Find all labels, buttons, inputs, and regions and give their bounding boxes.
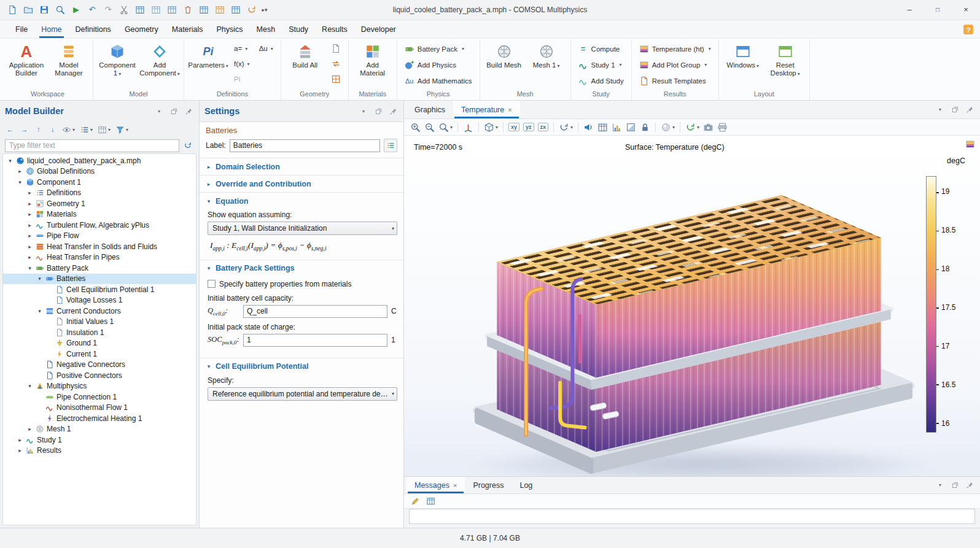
show-button[interactable]: ▾	[60, 123, 77, 136]
undo-button[interactable]: ↶	[85, 2, 99, 17]
ribbon-button-insert-sequence[interactable]	[327, 41, 344, 56]
expander-icon[interactable]: ▸	[26, 426, 33, 432]
filter-tree-button[interactable]: ▾	[114, 123, 130, 136]
expander-icon[interactable]: ▸	[26, 244, 33, 250]
menu-tab-home[interactable]: Home	[34, 20, 68, 38]
ribbon-button-result-templates[interactable]: Result Templates	[636, 73, 715, 88]
ribbon-button-parameters[interactable]: PiParameters▾	[188, 41, 228, 71]
zoom-out-button[interactable]	[423, 121, 436, 134]
sound-button[interactable]	[582, 121, 595, 134]
close-tab-icon[interactable]: ×	[453, 482, 457, 489]
graphics-tab-graphics[interactable]: Graphics	[406, 101, 453, 118]
expander-icon[interactable]: ▸	[26, 233, 33, 239]
menu-tab-physics[interactable]: Physics	[209, 20, 249, 38]
float-button[interactable]	[373, 106, 384, 117]
messages-tab-progress[interactable]: Progress	[465, 477, 511, 493]
tree-item-heat-transfer-in-pipes[interactable]: ▸Heat Transfer in Pipes	[3, 252, 196, 263]
maximize-button[interactable]: □	[924, 0, 952, 20]
ribbon-button-compute[interactable]: =Compute	[575, 41, 628, 56]
refresh-tables-button[interactable]	[244, 2, 259, 17]
copy-button[interactable]	[133, 2, 147, 17]
pin-button[interactable]	[387, 106, 399, 117]
open-button[interactable]	[21, 2, 36, 17]
transparency-button[interactable]	[624, 121, 637, 134]
ribbon-button-add-plot-group[interactable]: Add Plot Group▾	[636, 57, 715, 72]
save-button[interactable]	[37, 2, 52, 17]
view-orientation-button[interactable]: ▾	[483, 121, 499, 134]
view-yz-button[interactable]: yz	[522, 122, 535, 133]
tree-item-heat-transfer-in-solids-and-fluids[interactable]: ▸Heat Transfer in Solids and Fluids	[3, 241, 196, 252]
ribbon-button-a[interactable]: a=▾	[230, 41, 254, 56]
menu-tab-results[interactable]: Results	[315, 20, 354, 38]
tree-item-liquid-cooled-battery-pack-a-mph[interactable]: ▾liquid_cooled_battery_pack_a.mph	[3, 155, 196, 166]
menu-tab-mesh[interactable]: Mesh	[250, 20, 282, 38]
zoom-box-button[interactable]: ▾	[437, 121, 454, 134]
import-table-button[interactable]	[212, 2, 227, 17]
ribbon-button-remove-details[interactable]	[327, 72, 344, 87]
tree-item-multiphysics[interactable]: ▾Multiphysics	[3, 381, 196, 392]
menu-down-button[interactable]: ▾	[154, 106, 165, 117]
menu-tab-definitions[interactable]: Definitions	[69, 20, 118, 38]
ribbon-button-add-physics[interactable]: Add Physics	[401, 57, 476, 72]
message-cursor-button[interactable]	[409, 495, 422, 508]
expander-icon[interactable]: ▾	[17, 179, 23, 185]
print-button[interactable]	[716, 121, 729, 134]
show-legends-button[interactable]	[610, 121, 623, 134]
menu-tab-developer[interactable]: Developer	[354, 20, 403, 38]
rename-button[interactable]	[384, 139, 397, 152]
float-button[interactable]	[168, 106, 179, 117]
expander-icon[interactable]: ▾	[36, 308, 43, 314]
graphics-tab-temperature[interactable]: Temperature×	[453, 101, 520, 118]
tree-item-pipe-flow[interactable]: ▸Pipe Flow	[3, 231, 196, 242]
menu-tab-materials[interactable]: Materials	[165, 20, 210, 38]
float-button[interactable]	[949, 104, 960, 115]
float-button[interactable]	[949, 480, 960, 491]
expander-icon[interactable]: ▾	[7, 158, 14, 164]
capacity-input[interactable]	[243, 305, 387, 318]
go-to-default-view-button[interactable]	[462, 121, 475, 134]
expander-icon[interactable]: ▸	[26, 201, 33, 207]
tree-item-current-conductors[interactable]: ▾Current Conductors	[3, 306, 196, 317]
plot-settings-button[interactable]	[965, 139, 975, 151]
forward-button[interactable]: →	[18, 123, 31, 136]
tree-item-definitions[interactable]: ▸Definitions	[3, 188, 196, 199]
minimize-button[interactable]: –	[895, 0, 924, 20]
pin-button[interactable]	[964, 480, 975, 491]
ribbon-button-pi[interactable]: Pi	[230, 72, 254, 87]
tree-item-battery-pack[interactable]: ▾Battery Pack	[3, 263, 196, 274]
tree-item-component-1[interactable]: ▾Component 1	[3, 177, 196, 188]
messages-tab-messages[interactable]: Messages×	[406, 477, 465, 493]
ribbon-button-add-mathematics[interactable]: ΔuAdd Mathematics	[401, 73, 476, 88]
node-order-button[interactable]: ▾	[96, 123, 112, 136]
redo-button[interactable]: ↷	[101, 2, 115, 17]
ribbon-button-build-mesh[interactable]: Build Mesh	[484, 41, 524, 71]
ribbon-button-build-all[interactable]: Build All	[285, 41, 325, 71]
find-button[interactable]	[53, 2, 68, 17]
tree-item-mesh-1[interactable]: ▸Mesh 1	[3, 424, 196, 435]
tree-item-ground-1[interactable]: Ground 1	[3, 338, 196, 349]
snapshot-button[interactable]	[702, 121, 715, 134]
expander-icon[interactable]: ▸	[26, 211, 33, 217]
section-header-equation[interactable]: Equation	[200, 193, 403, 209]
tree-item-electrochemical-heating-1[interactable]: Electrochemical Heating 1	[3, 413, 196, 424]
lock-axes-button[interactable]	[639, 121, 651, 134]
new-file-button[interactable]	[5, 2, 20, 17]
export-table-button[interactable]	[228, 2, 243, 17]
rotate-button[interactable]: ▾	[558, 121, 574, 134]
section-header-override-and-contribution[interactable]: Override and Contribution	[200, 176, 403, 192]
ribbon-button-add-material[interactable]: Add Material	[352, 41, 393, 79]
duplicate-button[interactable]	[149, 2, 163, 17]
ribbon-button-temperature-ht[interactable]: Temperature (ht)▾	[636, 41, 715, 56]
label-input[interactable]	[230, 139, 380, 152]
ribbon-button-add-study[interactable]: Add Study	[575, 73, 628, 88]
tree-item-global-definitions[interactable]: ▸Global Definitions	[3, 166, 196, 177]
expander-icon[interactable]: ▾	[36, 276, 43, 282]
view-xy-button[interactable]: xy	[507, 122, 521, 133]
show-grid-button[interactable]	[596, 121, 609, 134]
graphics-view[interactable]: Time=72000 s Surface: Temperature (degC)…	[404, 136, 980, 476]
refresh-filter-button[interactable]	[182, 139, 194, 152]
tree-item-geometry-1[interactable]: ▸Geometry 1	[3, 198, 196, 209]
paste-button[interactable]	[165, 2, 179, 17]
ribbon-button-battery-pack[interactable]: Battery Pack▾	[401, 41, 476, 56]
node-label-button[interactable]: ▾	[78, 123, 95, 136]
